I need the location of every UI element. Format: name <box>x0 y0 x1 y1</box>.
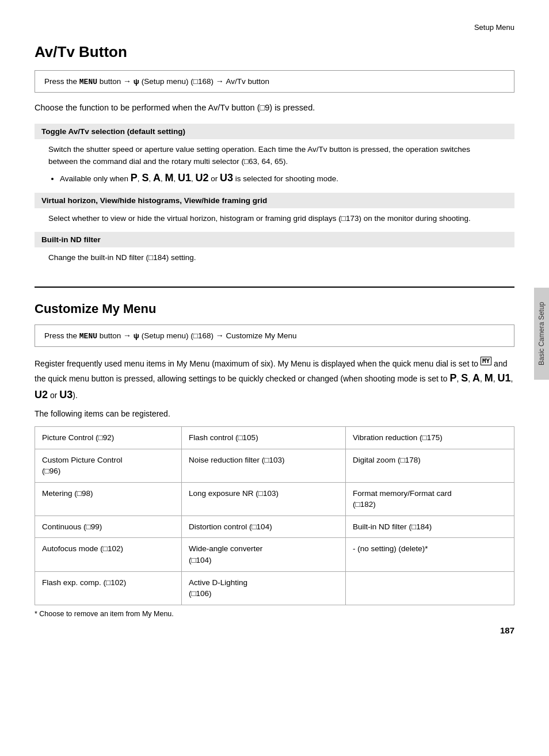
page-number: 187 <box>500 625 514 635</box>
section-avtv-nav: Press the MENU button → ψ (Setup menu) (… <box>35 70 514 93</box>
section-avtv: Av/Tv Button Press the MENU button → ψ (… <box>35 43 514 270</box>
page-container: Setup Menu Av/Tv Button Press the MENU b… <box>0 0 549 652</box>
table-cell: Autofocus mode (□102) <box>35 538 182 571</box>
section-avtv-intro: Choose the function to be performed when… <box>35 102 514 114</box>
section-mymenu-body1: Register frequently used menu items in M… <box>35 356 514 403</box>
menu-button-label2: MENU <box>79 332 97 341</box>
subsection-toggle: Toggle Av/Tv selection (default setting)… <box>35 124 514 193</box>
table-row: Continuous (□99) Distortion control (□10… <box>35 516 514 538</box>
table-cell: Picture Control (□92) <box>35 427 182 449</box>
subsection-horizon: Virtual horizon, View/hide histograms, V… <box>35 193 514 232</box>
page-header-title: Setup Menu <box>474 23 514 32</box>
table-cell: Custom Picture Control(□96) <box>35 449 182 482</box>
subsection-horizon-content: Select whether to view or hide the virtu… <box>35 208 514 232</box>
table-cell: Metering (□98) <box>35 482 182 516</box>
section-mymenu: Customize My Menu Press the MENU button … <box>35 301 514 617</box>
table-cell: Continuous (□99) <box>35 516 182 538</box>
my-icon: MY <box>481 357 491 365</box>
subsection-toggle-content: Switch the shutter speed or aperture val… <box>35 139 514 193</box>
table-cell: Wide-angle converter(□104) <box>181 538 345 571</box>
table-cell: Format memory/Format card(□182) <box>346 482 514 516</box>
subsection-nd-content: Change the built-in ND filter (□184) set… <box>35 247 514 271</box>
table-cell: Distortion control (□104) <box>181 516 345 538</box>
table-cell: Built-in ND filter (□184) <box>346 516 514 538</box>
section-mymenu-title: Customize My Menu <box>35 301 514 316</box>
subsection-nd-header: Built-in ND filter <box>35 232 514 247</box>
section-avtv-title: Av/Tv Button <box>35 43 514 61</box>
table-cell: Noise reduction filter (□103) <box>181 449 345 482</box>
table-row: Custom Picture Control(□96) Noise reduct… <box>35 449 514 482</box>
page-header: Setup Menu <box>35 23 514 32</box>
sidebar-label: Basic Camera Setup <box>534 288 549 380</box>
mymenu-table: Picture Control (□92) Flash control (□10… <box>35 426 514 605</box>
section-divider <box>35 287 514 288</box>
subsection-nd: Built-in ND filter Change the built-in N… <box>35 232 514 271</box>
section-mymenu-body2: The following items can be registered. <box>35 409 514 418</box>
table-cell: Digital zoom (□178) <box>346 449 514 482</box>
section-mymenu-nav: Press the MENU button → ψ (Setup menu) (… <box>35 324 514 347</box>
table-row: Metering (□98) Long exposure NR (□103) F… <box>35 482 514 516</box>
table-cell: Active D-Lighting(□106) <box>181 571 345 605</box>
subsection-toggle-bullet: Available only when P, S, A, M, U1, U2 o… <box>60 170 501 186</box>
table-row: Flash exp. comp. (□102) Active D-Lightin… <box>35 571 514 605</box>
table-row: Picture Control (□92) Flash control (□10… <box>35 427 514 449</box>
table-cell: Flash control (□105) <box>181 427 345 449</box>
subsection-toggle-header: Toggle Av/Tv selection (default setting) <box>35 124 514 139</box>
table-cell <box>346 571 514 605</box>
subsection-horizon-header: Virtual horizon, View/hide histograms, V… <box>35 193 514 208</box>
table-cell: - (no setting) (delete)* <box>346 538 514 571</box>
table-footnote: * Choose to remove an item from My Menu. <box>35 610 514 618</box>
table-cell: Flash exp. comp. (□102) <box>35 571 182 605</box>
table-cell: Vibration reduction (□175) <box>346 427 514 449</box>
menu-button-label: MENU <box>79 78 97 86</box>
table-row: Autofocus mode (□102) Wide-angle convert… <box>35 538 514 571</box>
table-cell: Long exposure NR (□103) <box>181 482 345 516</box>
